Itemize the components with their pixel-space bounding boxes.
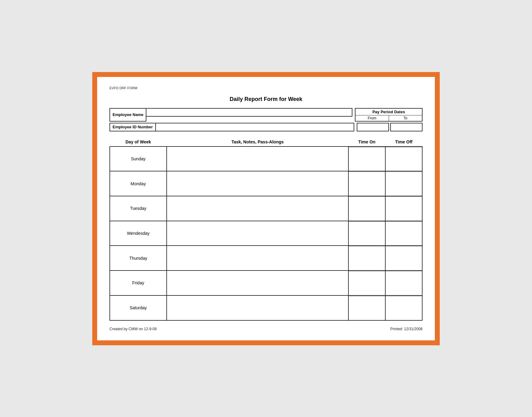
outer-border: EVFD DRF FORM Daily Report Form for Week…	[92, 72, 440, 345]
notes-cell[interactable]	[167, 221, 348, 246]
time-on-cell[interactable]	[348, 171, 385, 196]
pay-to-label: To	[389, 115, 422, 121]
time-on-cell[interactable]	[348, 295, 385, 320]
day-cell-monday: Monday	[110, 171, 167, 196]
table-row: Thursday	[110, 246, 422, 271]
pay-to-field[interactable]	[390, 123, 423, 131]
inner-border: EVFD DRF FORM Daily Report Form for Week…	[96, 76, 436, 342]
time-off-cell[interactable]	[385, 221, 422, 246]
main-table: Day of Week Task, Notes, Pass-Alongs Tim…	[109, 138, 423, 321]
footer: Created by CMW on 12-9-08 Printed: 12/31…	[109, 327, 423, 331]
time-off-cell[interactable]	[385, 196, 422, 221]
time-off-cell[interactable]	[385, 171, 422, 196]
day-cell-wendesday: Wendesday	[110, 221, 167, 246]
notes-cell[interactable]	[167, 171, 348, 196]
time-off-cell[interactable]	[385, 146, 422, 171]
table-row: Saturday	[110, 295, 422, 320]
notes-cell[interactable]	[167, 196, 348, 221]
table-row: Tuesday	[110, 196, 422, 221]
col-header-day: Day of Week	[110, 138, 167, 146]
col-header-timeoff: Time Off	[385, 138, 422, 146]
notes-cell[interactable]	[167, 246, 348, 271]
time-on-cell[interactable]	[348, 221, 385, 246]
day-cell-thursday: Thursday	[110, 246, 167, 271]
footer-right: Printed: 12/31/2008	[390, 327, 423, 331]
employee-id-label: Employee ID Number	[109, 123, 156, 131]
time-off-cell[interactable]	[385, 246, 422, 271]
table-header-row: Day of Week Task, Notes, Pass-Alongs Tim…	[110, 138, 422, 146]
pay-period-box: Pay Period Dates From To	[355, 108, 423, 122]
employee-name-label: Employee Name	[109, 108, 146, 122]
time-off-cell[interactable]	[385, 271, 422, 295]
table-row: Sunday	[110, 146, 422, 171]
pay-from-label: From	[355, 115, 389, 121]
day-cell-saturday: Saturday	[110, 295, 167, 320]
col-header-notes: Task, Notes, Pass-Alongs	[167, 138, 348, 146]
time-on-cell[interactable]	[348, 196, 385, 221]
notes-cell[interactable]	[167, 295, 348, 320]
form-label: EVFD DRF FORM	[109, 86, 423, 90]
pay-period-sub: From To	[355, 115, 422, 121]
time-on-cell[interactable]	[348, 246, 385, 271]
employee-id-field[interactable]	[156, 123, 354, 131]
day-cell-sunday: Sunday	[110, 146, 167, 171]
page: EVFD DRF FORM Daily Report Form for Week…	[97, 77, 435, 340]
time-off-cell[interactable]	[385, 295, 422, 320]
header-row1: Employee Name Pay Period Dates From To	[109, 108, 423, 122]
notes-cell[interactable]	[167, 146, 348, 171]
time-on-cell[interactable]	[348, 146, 385, 171]
header-row2: Employee ID Number	[109, 123, 423, 131]
table-row: Wendesday	[110, 221, 422, 246]
pay-period-title: Pay Period Dates	[355, 109, 422, 115]
notes-cell[interactable]	[167, 271, 348, 295]
col-header-timeon: Time On	[348, 138, 385, 146]
pay-from-field[interactable]	[357, 123, 389, 131]
footer-left: Created by CMW on 12-9-08	[109, 327, 157, 331]
table-row: Friday	[110, 271, 422, 295]
time-on-cell[interactable]	[348, 271, 385, 295]
table-row: Monday	[110, 171, 422, 196]
day-cell-friday: Friday	[110, 271, 167, 295]
page-title: Daily Report Form for Week	[109, 96, 423, 102]
day-cell-tuesday: Tuesday	[110, 196, 167, 221]
employee-name-field[interactable]	[146, 108, 352, 117]
